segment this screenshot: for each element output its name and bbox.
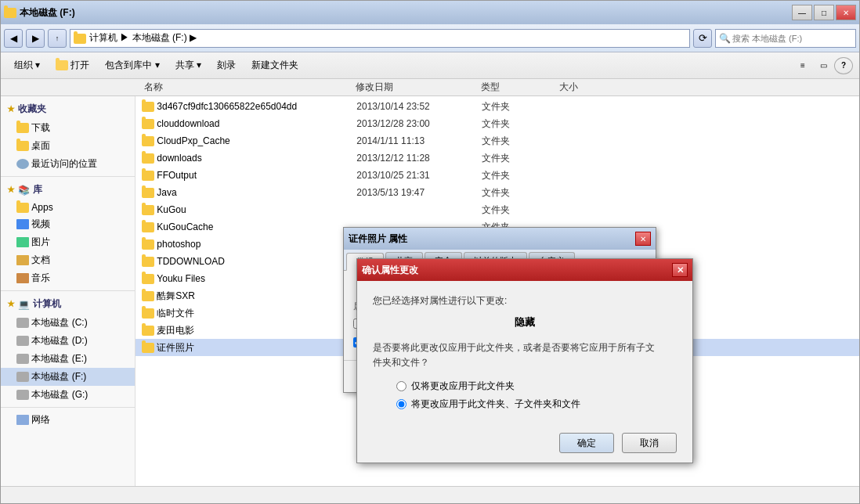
file-name-11: 酷舞SXR (157, 290, 356, 303)
up-button[interactable]: ↑ (48, 29, 67, 48)
title-bar: 本地磁盘 (F:) — □ ✕ (1, 1, 859, 24)
computer-label: 计算机 (33, 297, 61, 311)
drive-g-icon (16, 390, 29, 400)
file-name-1: clouddownload (157, 118, 356, 129)
drive-f-label: 本地磁盘 (F:) (31, 370, 86, 383)
file-icon-11 (142, 291, 154, 301)
sidebar-item-downloads[interactable]: 下载 (1, 119, 135, 137)
confirm-close-button[interactable]: ✕ (672, 263, 688, 277)
open-button[interactable]: 打开 (49, 56, 96, 76)
confirm-ok-button[interactable]: 确定 (559, 433, 614, 453)
file-item-6[interactable]: KuGou 文件夹 (136, 201, 859, 218)
attr-dialog-title: 证件照片 属性 ✕ (344, 228, 656, 250)
computer-header[interactable]: 💻 计算机 (1, 294, 135, 314)
col-header-name[interactable]: 名称 (138, 81, 349, 94)
sidebar-item-drive-f[interactable]: 本地磁盘 (F:) (1, 368, 135, 386)
sidebar-item-pictures[interactable]: 图片 (1, 233, 135, 251)
favorites-header[interactable]: 收藏夹 (1, 99, 135, 119)
music-icon (16, 273, 29, 283)
file-item-0[interactable]: 3d467cf9dfc130665822e65d04dd 2013/10/14 … (136, 98, 859, 115)
file-icon-14 (142, 343, 154, 353)
col-header-date[interactable]: 修改日期 (349, 81, 475, 94)
organize-button[interactable]: 组织 ▾ (7, 56, 47, 76)
sidebar-item-apps[interactable]: Apps (1, 200, 135, 215)
burn-button[interactable]: 刻录 (210, 56, 243, 76)
file-name-10: Youku Files (157, 273, 356, 284)
file-item-3[interactable]: downloads 2013/12/12 11:28 文件夹 (136, 149, 859, 167)
file-name-9: TDDOWNLOAD (157, 256, 356, 267)
sidebar-item-music[interactable]: 音乐 (1, 269, 135, 287)
pictures-label: 图片 (31, 236, 50, 249)
refresh-icon: ⟳ (699, 32, 707, 44)
sidebar-divider-1 (1, 176, 135, 177)
file-icon-6 (142, 205, 154, 215)
drive-e-icon (16, 354, 29, 364)
back-button[interactable]: ◀ (4, 29, 23, 48)
file-name-13: 麦田电影 (157, 324, 356, 337)
file-icon-1 (142, 119, 154, 129)
help-button[interactable]: ? (834, 57, 853, 74)
confirm-title-text: 确认属性更改 (362, 264, 418, 277)
window-title: 本地磁盘 (F:) (20, 6, 75, 20)
file-icon-7 (142, 222, 154, 232)
file-item-1[interactable]: clouddownload 2013/12/28 23:00 文件夹 (136, 115, 859, 132)
file-icon-0 (142, 102, 154, 112)
drive-c-icon (16, 318, 29, 328)
drive-d-icon (16, 336, 29, 346)
confirm-option1-radio[interactable] (396, 381, 407, 391)
confirm-option2-radio[interactable] (396, 399, 407, 409)
minimize-button[interactable]: — (792, 5, 812, 20)
downloads-icon (16, 123, 29, 133)
view-pane-button[interactable]: ▭ (814, 57, 833, 74)
file-item-5[interactable]: Java 2013/5/13 19:47 文件夹 (136, 184, 859, 201)
confirm-question: 是否要将此更改仅应用于此文件夹，或者是否要将它应用于所有子文件夹和文件？ (373, 340, 677, 370)
sidebar-item-video[interactable]: 视频 (1, 215, 135, 233)
share-button[interactable]: 共享 ▾ (168, 56, 208, 76)
library-label: 库 (33, 183, 42, 196)
include-library-button[interactable]: 包含到库中 ▾ (98, 56, 166, 76)
file-icon-9 (142, 257, 154, 267)
search-input[interactable] (732, 34, 852, 43)
address-bar[interactable]: 计算机 ▶ 本地磁盘 (F:) ▶ (70, 29, 690, 48)
file-date-0: 2013/10/14 23:52 (356, 101, 482, 112)
sidebar-item-drive-d[interactable]: 本地磁盘 (D:) (1, 332, 135, 350)
close-button[interactable]: ✕ (836, 5, 856, 20)
search-bar[interactable]: 🔍 (715, 29, 856, 48)
file-icon-13 (142, 326, 154, 336)
video-icon (16, 219, 29, 229)
library-header[interactable]: 📚 库 (1, 180, 135, 200)
new-folder-button[interactable]: 新建文件夹 (244, 56, 305, 76)
file-icon-2 (142, 136, 154, 146)
confirm-cancel-button[interactable]: 取消 (622, 433, 677, 453)
column-headers: 名称 修改日期 类型 大小 (1, 79, 859, 96)
file-name-0: 3d467cf9dfc130665822e65d04dd (157, 101, 356, 112)
file-name-7: KuGouCache (157, 221, 356, 232)
sidebar-item-documents[interactable]: 文档 (1, 251, 135, 269)
col-header-size[interactable]: 大小 (553, 81, 616, 94)
refresh-button[interactable]: ⟳ (693, 29, 712, 48)
file-name-8: photoshop (157, 239, 356, 250)
sidebar-item-drive-g[interactable]: 本地磁盘 (G:) (1, 386, 135, 404)
sidebar-item-recent[interactable]: 最近访问的位置 (1, 155, 135, 173)
sidebar-item-drive-c[interactable]: 本地磁盘 (C:) (1, 314, 135, 332)
forward-button[interactable]: ▶ (26, 29, 45, 48)
desktop-label: 桌面 (31, 139, 50, 153)
documents-label: 文档 (31, 254, 50, 267)
network-icon (16, 415, 29, 425)
sidebar-item-drive-e[interactable]: 本地磁盘 (E:) (1, 350, 135, 368)
file-item-4[interactable]: FFOutput 2013/10/25 21:31 文件夹 (136, 167, 859, 184)
file-name-4: FFOutput (157, 170, 356, 181)
attr-dialog-close[interactable]: ✕ (635, 232, 651, 246)
maximize-button[interactable]: □ (814, 5, 834, 20)
sidebar: 收藏夹 下载 桌面 最近访问的位置 📚 (1, 96, 136, 486)
drive-d-label: 本地磁盘 (D:) (31, 334, 87, 347)
sidebar-item-desktop[interactable]: 桌面 (1, 137, 135, 155)
col-header-type[interactable]: 类型 (475, 81, 553, 94)
file-icon-10 (142, 274, 154, 284)
view-list-button[interactable]: ≡ (793, 57, 812, 74)
sidebar-item-network[interactable]: 网络 (1, 411, 135, 429)
file-date-5: 2013/5/13 19:47 (356, 187, 482, 198)
confirm-option1-row: 仅将更改应用于此文件夹 (396, 380, 677, 393)
file-type-2: 文件夹 (482, 135, 560, 148)
file-item-2[interactable]: CloudPxp_Cache 2014/1/11 11:13 文件夹 (136, 132, 859, 149)
